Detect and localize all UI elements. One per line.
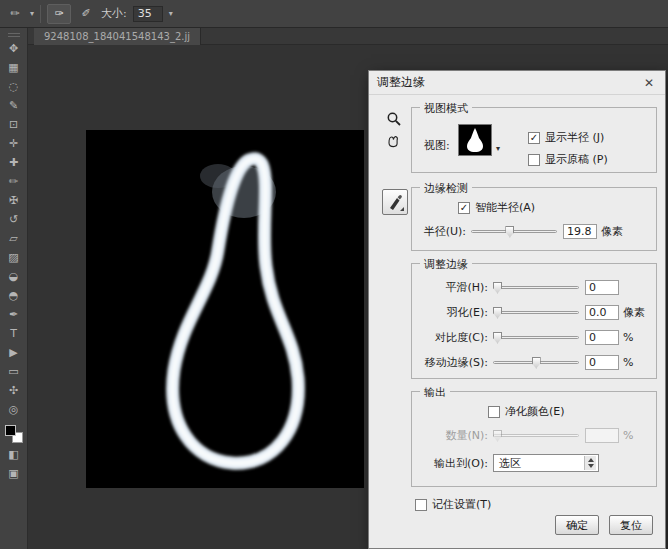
shift-edge-slider[interactable] [493,356,579,370]
hand-icon [385,133,401,149]
view-mode-legend: 视图模式 [420,101,472,116]
crop-tool[interactable]: ⊡ [4,118,24,131]
brush-tool[interactable]: ✏ [4,175,24,188]
dialog-hand-tool[interactable] [383,131,403,151]
radius-unit: 像素 [601,224,623,239]
document-tab[interactable]: 9248108_184041548143_2.jj [34,28,201,45]
spinner-down-icon [588,464,594,468]
palette-grip[interactable] [8,33,20,37]
radius-input[interactable]: 19.8 [563,224,597,239]
brush-size-input[interactable]: 35 [133,6,163,22]
gradient-tool[interactable]: ▨ [4,251,24,264]
show-original-checkbox[interactable]: 显示原稿 (P) [528,152,608,167]
amount-label: 数量(N): [418,428,488,443]
output-legend: 输出 [420,385,450,400]
amount-unit: % [623,429,633,442]
edge-detection-legend: 边缘检测 [420,181,472,196]
pear-outline-image [86,130,364,488]
radius-slider[interactable] [471,225,557,239]
rectangular-marquee-tool[interactable]: ▦ [4,61,24,74]
contrast-label: 对比度(C): [418,330,488,345]
view-dropdown[interactable] [458,124,492,156]
smooth-slider-thumb[interactable] [493,282,502,294]
smart-radius-checkbox[interactable]: ✓ 智能半径(A) [458,200,535,215]
zoom-tool[interactable]: ◎ [4,403,24,416]
radius-slider-thumb[interactable] [505,226,514,238]
pen-tool[interactable]: ✒ [4,308,24,321]
show-radius-checkbox-box[interactable]: ✓ [528,132,540,144]
screen-mode-button[interactable]: ▣ [4,467,24,480]
view-mode-group: 视图模式 视图: ▾ ✓ 显示半径 (J) 显示原稿 (P) [411,107,657,173]
decontaminate-checkbox-box[interactable] [488,406,500,418]
brush-panel-button[interactable]: ✑ [47,4,71,24]
airbrush-toggle-icon[interactable]: ✐ [77,7,95,20]
history-brush-tool[interactable]: ↺ [4,213,24,226]
ok-button[interactable]: 确定 [555,515,599,535]
blur-tool[interactable]: ◒ [4,270,24,283]
decontaminate-checkbox[interactable]: 净化颜色(E) [488,404,565,419]
type-tool[interactable]: T [4,327,24,340]
contrast-slider[interactable] [493,331,579,345]
active-tool-icon[interactable]: ✏ [6,7,24,20]
brush-size-label: 大小: [101,6,127,21]
eyedropper-tool[interactable]: ✛ [4,137,24,150]
remember-settings-checkbox-box[interactable] [415,499,427,511]
output-to-dropdown[interactable]: 选区 [493,454,599,472]
view-label: 视图: [424,138,450,153]
healing-brush-tool[interactable]: ✚ [4,156,24,169]
shift-edge-unit: % [623,356,633,369]
dialog-buttons: 确定 复位 [555,515,653,535]
options-bar: ✏ ▾ ✑ ✐ 大小: 35 ▾ [0,0,668,28]
feather-input[interactable]: 0.0 [585,305,619,320]
close-icon[interactable]: ✕ [641,75,657,91]
shape-tool[interactable]: ▭ [4,365,24,378]
quick-selection-tool[interactable]: ✎ [4,99,24,112]
refine-brush-icon [386,193,404,211]
refine-radius-tool-button[interactable] [382,189,408,215]
feather-slider-thumb[interactable] [493,307,502,319]
feather-unit: 像素 [623,305,645,320]
path-selection-tool[interactable]: ▶ [4,346,24,359]
dialog-zoom-tool[interactable] [384,109,404,129]
clone-stamp-tool[interactable]: ✠ [4,194,24,207]
smart-radius-checkbox-box[interactable]: ✓ [458,202,470,214]
dialog-title-bar[interactable]: 调整边缘 [369,71,665,95]
eraser-tool[interactable]: ▱ [4,232,24,245]
smooth-input[interactable]: 0 [585,280,619,295]
color-swatches[interactable] [5,425,23,443]
output-to-value: 选区 [499,456,521,471]
shift-edge-slider-thumb[interactable] [532,357,541,369]
radius-label: 半径(U): [418,224,466,239]
show-original-label: 显示原稿 (P) [545,152,608,167]
contrast-input[interactable]: 0 [585,330,619,345]
dodge-tool[interactable]: ◓ [4,289,24,302]
brush-size-caret-icon[interactable]: ▾ [169,9,173,18]
show-original-checkbox-box[interactable] [528,154,540,166]
remember-settings-checkbox[interactable]: 记住设置(T) [415,497,491,512]
contrast-slider-thumb[interactable] [493,332,502,344]
shift-edge-input[interactable]: 0 [585,355,619,370]
show-radius-checkbox[interactable]: ✓ 显示半径 (J) [528,130,604,145]
feather-slider-track [493,311,579,314]
tool-preset-caret-icon[interactable]: ▾ [30,9,34,18]
adjust-edge-group: 调整边缘 平滑(H): 0 羽化(E): 0.0 像素 对比度(C): 0 [411,263,657,379]
hand-tool[interactable]: ✣ [4,384,24,397]
reset-button[interactable]: 复位 [609,515,653,535]
canvas[interactable] [86,130,364,488]
toolbar-divider [40,5,41,23]
smooth-label: 平滑(H): [418,280,488,295]
smart-radius-label: 智能半径(A) [475,200,535,215]
foreground-color-swatch[interactable] [5,425,16,436]
view-dropdown-caret-icon[interactable]: ▾ [496,144,500,153]
dropdown-spinner-icon[interactable] [584,456,596,470]
feather-slider[interactable] [493,306,579,320]
adjust-edge-legend: 调整边缘 [420,257,472,272]
smooth-slider-track [493,286,579,289]
contrast-slider-track [493,336,579,339]
amount-input [585,428,619,443]
smooth-slider[interactable] [493,281,579,295]
tab-bar: 9248108_184041548143_2.jj [28,28,668,45]
move-tool[interactable]: ✥ [4,42,24,55]
lasso-tool[interactable]: ◌ [4,80,24,93]
quick-mask-button[interactable]: ◧ [4,448,24,461]
